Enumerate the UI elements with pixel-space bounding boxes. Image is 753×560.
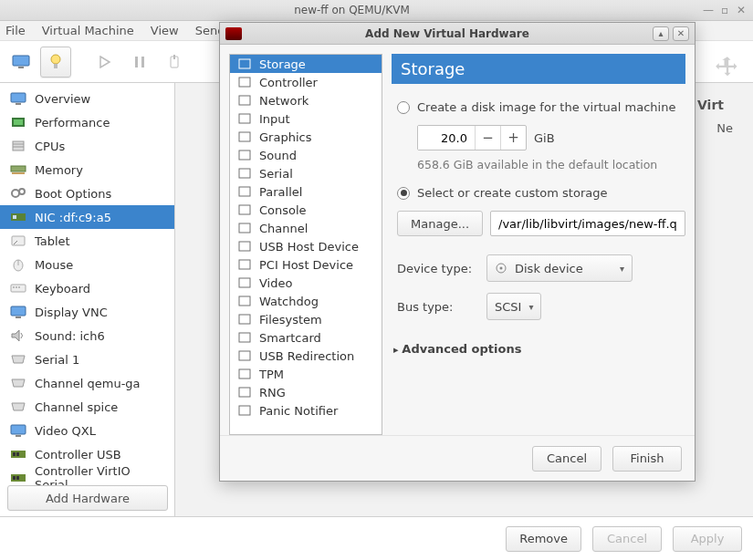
- hw-item-controller[interactable]: Controller: [230, 73, 382, 91]
- hw-item-graphics[interactable]: Graphics: [230, 128, 382, 146]
- dialog-close-icon[interactable]: ✕: [673, 26, 689, 41]
- radio-custom-label: Select or create custom storage: [417, 186, 607, 200]
- svg-rect-53: [239, 223, 250, 233]
- svg-rect-5: [135, 57, 138, 67]
- hw-item-usb-host-device[interactable]: USB Host Device: [230, 237, 382, 255]
- hw-item-serial[interactable]: Serial: [230, 164, 382, 182]
- size-input[interactable]: [418, 126, 475, 150]
- radio-custom-storage[interactable]: [397, 187, 410, 200]
- sidebar-item-label: Tablet: [35, 234, 70, 248]
- sidebar-item-display-vnc[interactable]: Display VNC: [0, 300, 174, 324]
- size-minus-button[interactable]: −: [475, 126, 500, 150]
- maximize-icon[interactable]: ▫: [718, 4, 731, 16]
- hw-item-console[interactable]: Console: [230, 201, 382, 219]
- radio-create-image[interactable]: [397, 101, 410, 114]
- hw-item-rng[interactable]: RNG: [230, 383, 382, 401]
- svg-rect-47: [239, 114, 250, 123]
- hw-item-storage[interactable]: Storage: [230, 55, 382, 73]
- sidebar-item-mouse[interactable]: Mouse: [0, 253, 174, 276]
- run-button[interactable]: [89, 47, 120, 78]
- move-handle-icon[interactable]: [715, 55, 740, 80]
- svg-rect-46: [239, 96, 250, 105]
- pause-button[interactable]: [124, 47, 155, 78]
- sidebar-item-cpus[interactable]: CPUs: [0, 134, 174, 158]
- menu-view[interactable]: View: [151, 24, 179, 37]
- svg-rect-57: [239, 296, 250, 306]
- svg-rect-50: [239, 169, 250, 178]
- sidebar-item-serial-1[interactable]: Serial 1: [0, 347, 174, 371]
- sidebar-item-label: Boot Options: [35, 187, 111, 201]
- hw-item-icon: [237, 257, 252, 272]
- sidebar-item-boot-options[interactable]: Boot Options: [0, 181, 174, 205]
- dialog-cancel-button[interactable]: Cancel: [532, 446, 601, 472]
- hw-item-label: Channel: [259, 222, 308, 235]
- monitor-icon: [12, 55, 30, 69]
- hw-item-video[interactable]: Video: [230, 274, 382, 292]
- sidebar-item-label: Channel qemu-ga: [35, 377, 141, 390]
- sidebar-item-keyboard[interactable]: Keyboard: [0, 276, 174, 300]
- manage-button[interactable]: Manage...: [397, 211, 483, 236]
- storage-path-input[interactable]: [490, 211, 685, 236]
- hw-item-channel[interactable]: Channel: [230, 219, 382, 237]
- size-spinner[interactable]: − +: [417, 125, 527, 150]
- close-icon[interactable]: ✕: [735, 4, 748, 16]
- sidebar-item-nic-df-c9-a5[interactable]: NIC :df:c9:a5: [0, 205, 174, 229]
- svg-rect-37: [16, 452, 19, 456]
- hw-item-tpm[interactable]: TPM: [230, 365, 382, 383]
- device-type-combo[interactable]: Disk device ▾: [486, 254, 633, 282]
- dialog-titlebar[interactable]: Add New Virtual Hardware ▴ ✕: [220, 23, 695, 45]
- bottom-bar: Remove Cancel Apply: [0, 516, 753, 560]
- hw-item-watchdog[interactable]: Watchdog: [230, 292, 382, 310]
- hw-item-network[interactable]: Network: [230, 91, 382, 109]
- sidebar-item-performance[interactable]: Performance: [0, 110, 174, 134]
- hw-item-label: Watchdog: [259, 295, 319, 308]
- svg-rect-33: [11, 425, 26, 434]
- add-hardware-button[interactable]: Add Hardware: [7, 485, 168, 511]
- size-plus-button[interactable]: +: [500, 126, 526, 150]
- cancel-button[interactable]: Cancel: [592, 526, 662, 552]
- bus-type-combo[interactable]: SCSI ▾: [486, 293, 541, 320]
- chip-green-icon: [9, 114, 27, 130]
- serial-icon: [9, 399, 27, 415]
- hw-item-icon: [237, 202, 252, 217]
- sidebar-item-overview[interactable]: Overview: [0, 87, 174, 110]
- apply-button[interactable]: Apply: [673, 526, 742, 552]
- advanced-options-expander[interactable]: Advanced options: [393, 342, 685, 356]
- hw-item-filesystem[interactable]: Filesystem: [230, 310, 382, 328]
- hw-item-smartcard[interactable]: Smartcard: [230, 328, 382, 347]
- sidebar-item-tablet[interactable]: Tablet: [0, 229, 174, 253]
- play-icon: [99, 56, 111, 68]
- hw-item-pci-host-device[interactable]: PCI Host Device: [230, 255, 382, 274]
- sidebar-item-label: Channel spice: [35, 400, 118, 414]
- svg-point-2: [51, 55, 60, 64]
- sidebar-item-sound-ich6[interactable]: Sound: ich6: [0, 324, 174, 347]
- hw-item-sound[interactable]: Sound: [230, 146, 382, 164]
- hw-item-label: USB Host Device: [259, 240, 359, 254]
- hw-item-parallel[interactable]: Parallel: [230, 182, 382, 201]
- hw-item-panic-notifier[interactable]: Panic Notifier: [230, 401, 382, 420]
- hw-item-usb-redirection[interactable]: USB Redirection: [230, 347, 382, 365]
- gears-icon: [9, 185, 27, 202]
- sidebar-item-channel-spice[interactable]: Channel spice: [0, 395, 174, 419]
- hw-item-icon: [237, 93, 252, 108]
- menu-vm[interactable]: Virtual Machine: [42, 24, 134, 37]
- dialog-finish-button[interactable]: Finish: [612, 446, 682, 472]
- sidebar-item-channel-qemu-ga[interactable]: Channel qemu-ga: [0, 371, 174, 395]
- minimize-icon[interactable]: —: [702, 4, 715, 16]
- disk-icon: [495, 262, 507, 275]
- sidebar-item-memory[interactable]: Memory: [0, 158, 174, 181]
- sidebar-item-label: Sound: ich6: [35, 329, 105, 343]
- tablet-icon: [9, 233, 27, 249]
- sidebar-item-controller-usb[interactable]: Controller USB: [0, 442, 174, 466]
- shutdown-button[interactable]: [159, 47, 190, 78]
- hardware-type-list[interactable]: StorageControllerNetworkInputGraphicsSou…: [229, 54, 382, 435]
- hw-item-input[interactable]: Input: [230, 109, 382, 128]
- remove-button[interactable]: Remove: [506, 526, 581, 552]
- serial-icon: [9, 375, 27, 391]
- details-view-button[interactable]: [40, 47, 71, 78]
- menu-file[interactable]: File: [5, 24, 26, 37]
- sidebar-item-video-qxl[interactable]: Video QXL: [0, 419, 174, 442]
- dialog-up-icon[interactable]: ▴: [653, 26, 669, 41]
- main-titlebar: new-ff on QEMU/KVM — ▫ ✕: [0, 0, 753, 21]
- console-view-button[interactable]: [5, 47, 37, 78]
